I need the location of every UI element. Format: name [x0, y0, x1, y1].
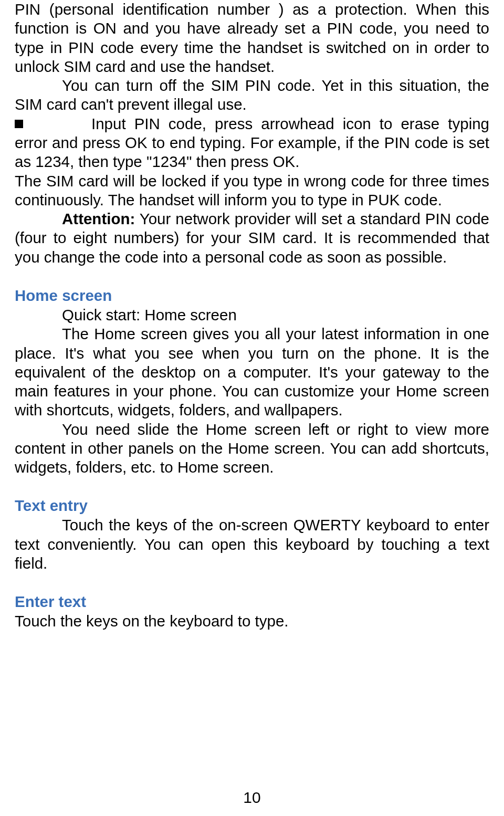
paragraph-sim-lock: The SIM card will be locked if you type …	[15, 172, 489, 210]
enter-text-paragraph: Touch the keys on the keyboard to type.	[15, 612, 489, 631]
heading-text-entry: Text entry	[15, 497, 489, 515]
home-quick-start: Quick start: Home screen	[15, 306, 489, 325]
document-page: PIN (personal identification number ) as…	[0, 0, 504, 816]
square-bullet-icon	[15, 120, 23, 128]
text-entry-paragraph: Touch the keys of the on-screen QWERTY k…	[15, 516, 489, 573]
heading-enter-text: Enter text	[15, 593, 489, 611]
attention-label: Attention:	[62, 210, 135, 227]
paragraph-pin-off: You can turn off the SIM PIN code. Yet i…	[15, 76, 489, 114]
bullet-item: Input PIN code, press arrowhead icon to …	[15, 114, 489, 172]
page-number: 10	[0, 789, 504, 807]
home-slide: You need slide the Home screen left or r…	[15, 420, 489, 477]
home-description: The Home screen gives you all your lates…	[15, 325, 489, 420]
bullet-text: Input PIN code, press arrowhead icon to …	[15, 115, 489, 171]
paragraph-attention: Attention: Your network provider will se…	[15, 210, 489, 267]
paragraph-pin-intro: PIN (personal identification number ) as…	[15, 0, 489, 76]
heading-home-screen: Home screen	[15, 287, 489, 305]
